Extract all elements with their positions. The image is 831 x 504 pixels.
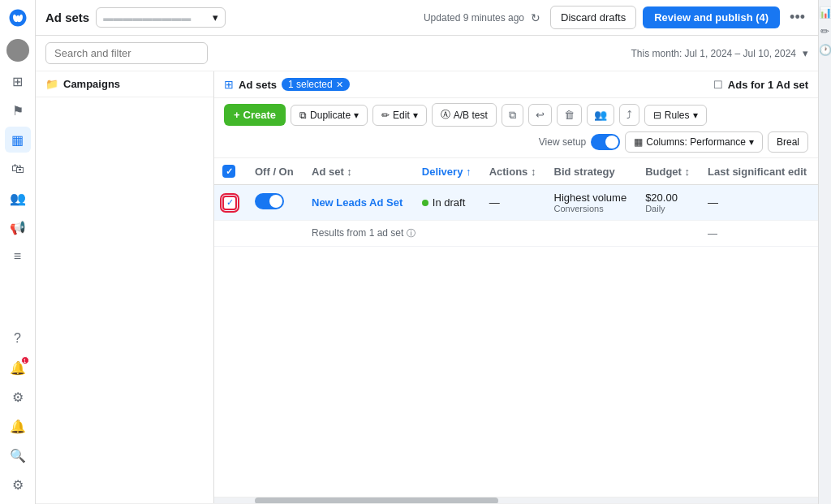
chevron-down-icon: ▾ xyxy=(749,136,754,148)
sidebar-item-ads[interactable]: ▦ xyxy=(5,127,31,153)
discard-drafts-button[interactable]: Discard drafts xyxy=(550,6,636,29)
view-setup-label: View setup xyxy=(539,136,586,148)
sidebar-item-search[interactable]: 🔍 xyxy=(5,442,31,468)
breakdown-button[interactable]: Breal xyxy=(768,131,808,153)
check-icon: ✓ xyxy=(226,166,233,177)
select-all-checkbox[interactable]: ✓ xyxy=(222,165,235,178)
table: ✓ Off / On Ad set ↕ Delivery xyxy=(214,158,818,247)
scroll-track[interactable] xyxy=(214,497,818,503)
duplicate-button[interactable]: ⧉ Duplicate ▾ xyxy=(291,105,368,126)
meta-logo[interactable] xyxy=(6,6,29,29)
notification-badge: 1 xyxy=(21,356,29,364)
sidebar-item-alerts[interactable]: 🔔 xyxy=(5,413,31,439)
sidebar-item-store[interactable]: 🛍 xyxy=(5,156,31,182)
row-checkbox-cell: ✓ xyxy=(214,185,247,221)
scroll-thumb[interactable] xyxy=(255,498,498,504)
sidebar-item-home[interactable]: ⊞ xyxy=(5,68,31,94)
budget-value: $20.00 xyxy=(645,192,691,204)
table-summary-row: Results from 1 ad set ⓘ — xyxy=(214,221,818,247)
delete-button[interactable]: 🗑 xyxy=(557,104,582,126)
sidebar-item-config[interactable]: ⚙ xyxy=(5,472,31,498)
ad-set-link[interactable]: New Leads Ad Set xyxy=(312,196,403,209)
copy-button[interactable]: ⧉ xyxy=(502,104,523,127)
undo-button[interactable]: ↩ xyxy=(528,104,552,126)
refresh-icon[interactable]: ↻ xyxy=(531,11,540,24)
th-off-on: Off / On xyxy=(247,158,304,185)
updated-text: Updated 9 minutes ago xyxy=(424,12,524,24)
dropdown-value: ▬▬▬▬▬▬▬▬▬ xyxy=(103,12,191,24)
breakdown-label: Breal xyxy=(777,136,799,148)
more-options-button[interactable]: ••• xyxy=(786,6,808,29)
view-setup: View setup ▦ Columns: Performance ▾ Brea… xyxy=(539,131,808,153)
edit-button[interactable]: ✏ Edit ▾ xyxy=(372,105,427,126)
delivery-status: In draft xyxy=(422,196,465,209)
rules-button[interactable]: ⊟ Rules ▾ xyxy=(644,105,707,126)
ab-test-button[interactable]: Ⓐ A/B test xyxy=(432,103,497,127)
campaigns-panel-header: 📁 Campaigns xyxy=(36,71,213,97)
check-icon: ✓ xyxy=(226,197,234,208)
bid-sub: Conversions xyxy=(554,204,630,213)
sidebar-item-settings[interactable]: ⚙ xyxy=(5,384,31,410)
date-range-label: This month: Jul 1, 2024 – Jul 10, 2024 xyxy=(631,48,796,59)
columns-button[interactable]: ▦ Columns: Performance ▾ xyxy=(625,131,763,153)
columns-icon: ▦ xyxy=(634,136,643,148)
view-toggle[interactable] xyxy=(591,134,620,150)
row-toggle-cell xyxy=(247,185,304,221)
sidebar-bottom: ? 🔔 1 ⚙ 🔔 🔍 ⚙ xyxy=(5,325,31,498)
th-delivery[interactable]: Delivery ↑ xyxy=(414,158,481,185)
people-button[interactable]: 👥 xyxy=(587,104,614,126)
th-bid-strategy: Bid strategy xyxy=(546,158,638,185)
selected-badge: 1 selected ✕ xyxy=(282,78,350,91)
table-row: ✓ New Leads Ad Set xyxy=(214,185,818,221)
selected-count: 1 selected xyxy=(288,79,333,90)
sidebar-item-help[interactable]: ? xyxy=(5,325,31,351)
duplicate-icon: ⧉ xyxy=(299,110,307,121)
grid-icon: ⊞ xyxy=(224,78,234,91)
plus-icon: + xyxy=(234,109,240,121)
th-budget[interactable]: Budget ↕ xyxy=(637,158,700,185)
chevron-down-icon: ▾ xyxy=(354,110,359,121)
sidebar-item-flag[interactable]: ⚑ xyxy=(5,97,31,123)
sidebar-item-menu[interactable]: ≡ xyxy=(5,243,31,269)
ad-sets-label: Ad sets xyxy=(239,79,277,91)
th-actions[interactable]: Actions ↕ xyxy=(481,158,546,185)
budget-sub: Daily xyxy=(645,204,691,213)
row-last-edit-cell: — xyxy=(700,185,818,221)
edit-icon[interactable]: ✏ xyxy=(820,25,829,37)
main-content: Ad sets ▬▬▬▬▬▬▬▬▬ ▾ Updated 9 minutes ag… xyxy=(36,0,818,504)
sidebar-item-megaphone[interactable]: 📢 xyxy=(5,214,31,240)
create-button[interactable]: + Create xyxy=(224,104,286,126)
toggle-knob xyxy=(269,195,282,208)
ad-sets-panel: ⊞ Ad sets 1 selected ✕ ☐ Ads for 1 Ad se… xyxy=(214,71,818,503)
row-checkbox[interactable]: ✓ xyxy=(222,196,237,210)
clear-selection-button[interactable]: ✕ xyxy=(336,80,343,90)
folder-icon: 📁 xyxy=(45,78,58,90)
panels: 📁 Campaigns ⊞ Ad sets 1 selected ✕ ☐ Ads… xyxy=(36,71,818,504)
ad-sets-table: ✓ Off / On Ad set ↕ Delivery xyxy=(214,158,818,497)
date-range-chevron[interactable]: ▾ xyxy=(803,47,808,59)
rules-icon: ⊟ xyxy=(653,110,661,121)
page-title: Ad sets xyxy=(45,11,89,24)
sidebar-item-notifications[interactable]: 🔔 1 xyxy=(5,355,31,381)
searchbar: This month: Jul 1, 2024 – Jul 10, 2024 ▾ xyxy=(36,36,818,71)
sidebar-item-people[interactable]: 👥 xyxy=(5,185,31,211)
toolbar: + Create ⧉ Duplicate ▾ ✏ Edit ▾ Ⓐ A/B te… xyxy=(214,98,818,158)
share-button[interactable]: ⤴ xyxy=(619,104,639,126)
review-publish-button[interactable]: Review and publish (4) xyxy=(643,6,780,28)
row-toggle[interactable] xyxy=(255,193,284,209)
summary-toggle-cell xyxy=(247,221,304,247)
row-bid-cell: Highest volume Conversions xyxy=(546,185,638,221)
campaigns-panel: 📁 Campaigns xyxy=(36,71,214,503)
topbar: Ad sets ▬▬▬▬▬▬▬▬▬ ▾ Updated 9 minutes ag… xyxy=(36,0,818,36)
ads-for-ad-set-label: Ads for 1 Ad set xyxy=(728,79,808,91)
chart-icon[interactable]: 📊 xyxy=(819,6,832,19)
search-input[interactable] xyxy=(45,42,208,64)
avatar[interactable] xyxy=(6,39,29,62)
ad-sets-panel-header: ⊞ Ad sets 1 selected ✕ ☐ Ads for 1 Ad se… xyxy=(214,71,818,98)
sort-icon: ↕ xyxy=(347,166,352,178)
th-ad-set[interactable]: Ad set ↕ xyxy=(304,158,414,185)
row-actions-cell: — xyxy=(481,185,546,221)
row-budget-cell: $20.00 Daily xyxy=(637,185,700,221)
ad-set-dropdown[interactable]: ▬▬▬▬▬▬▬▬▬ ▾ xyxy=(96,7,226,28)
clock-icon[interactable]: 🕐 xyxy=(819,44,832,56)
